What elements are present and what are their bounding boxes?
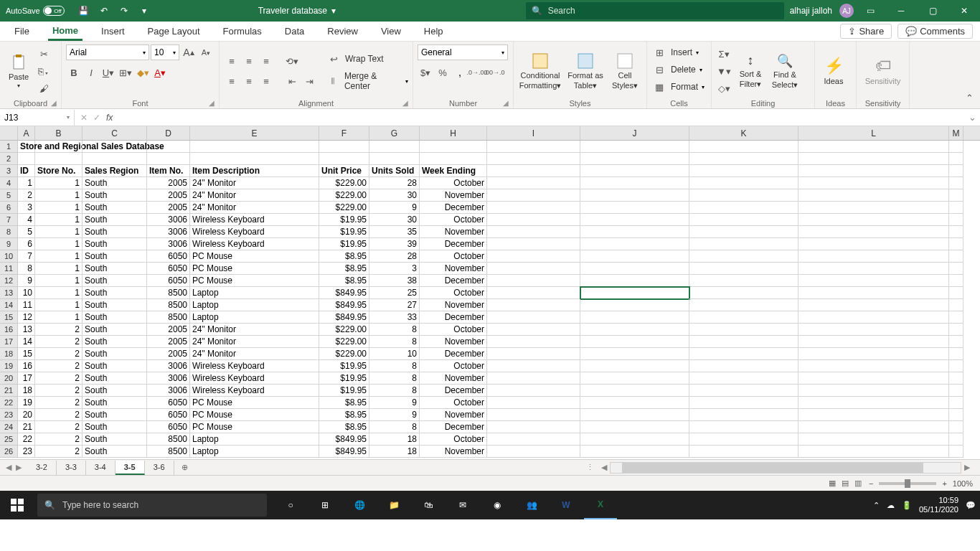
cell[interactable] — [949, 311, 963, 324]
cell[interactable]: ID — [18, 165, 35, 177]
cell[interactable]: 30 — [369, 189, 420, 202]
cell[interactable]: $849.95 — [319, 311, 369, 324]
cell[interactable]: December — [420, 238, 487, 250]
cell[interactable]: Wireless Keyboard — [190, 214, 319, 226]
spreadsheet-grid[interactable]: ABCDEFGHIJKLM 1Store and Regional Sales … — [0, 126, 980, 459]
cell[interactable] — [580, 141, 689, 153]
cell[interactable] — [580, 336, 689, 348]
cell[interactable]: South — [83, 336, 147, 348]
row-header[interactable]: 20 — [0, 372, 18, 385]
cell[interactable]: $849.95 — [319, 287, 369, 299]
cell[interactable] — [689, 421, 798, 433]
cell[interactable]: 23 — [18, 446, 35, 458]
add-sheet-button[interactable]: ⊕ — [174, 463, 195, 472]
cell[interactable]: 1 — [35, 177, 83, 189]
fx-icon[interactable]: fx — [106, 113, 113, 123]
row-header[interactable]: 15 — [0, 311, 18, 324]
cell[interactable]: 8 — [369, 372, 420, 385]
name-box[interactable]: J13▾ — [0, 110, 75, 126]
cell[interactable]: Laptop — [190, 287, 319, 299]
cell[interactable] — [487, 189, 580, 202]
cut-icon[interactable]: ✂ — [36, 46, 52, 62]
cell[interactable]: 39 — [369, 238, 420, 250]
cell[interactable]: South — [83, 446, 147, 458]
cell[interactable] — [949, 275, 963, 287]
cell[interactable]: South — [83, 189, 147, 202]
cell[interactable]: South — [83, 324, 147, 336]
cell[interactable]: $19.95 — [319, 238, 369, 250]
autosave-toggle[interactable]: Off — [43, 6, 65, 16]
cell[interactable]: 21 — [18, 421, 35, 433]
zoom-level[interactable]: 100% — [953, 479, 973, 488]
cell[interactable] — [580, 226, 689, 238]
cell-styles-button[interactable]: CellStyles▾ — [608, 52, 641, 90]
cell[interactable]: Laptop — [190, 433, 319, 446]
user-name[interactable]: alhaji jalloh — [790, 6, 832, 16]
cell[interactable]: 8500 — [147, 299, 190, 311]
row-header[interactable]: 18 — [0, 348, 18, 360]
cell[interactable] — [949, 421, 963, 433]
row-header[interactable]: 1 — [0, 141, 18, 153]
cell[interactable]: South — [83, 263, 147, 275]
cell[interactable] — [487, 263, 580, 275]
cell[interactable]: 3006 — [147, 385, 190, 397]
cell[interactable] — [580, 238, 689, 250]
cell[interactable]: 8500 — [147, 446, 190, 458]
cell[interactable]: December — [420, 348, 487, 360]
cell[interactable]: 12 — [18, 311, 35, 324]
cell[interactable]: $849.95 — [319, 446, 369, 458]
font-name-combo[interactable]: Arial▾ — [66, 44, 149, 60]
cell[interactable]: South — [83, 397, 147, 409]
cell[interactable] — [580, 202, 689, 214]
format-painter-icon[interactable]: 🖌 — [36, 80, 52, 96]
cell[interactable]: South — [83, 385, 147, 397]
cell[interactable] — [798, 433, 949, 446]
decrease-indent-icon[interactable]: ⇤ — [284, 73, 300, 89]
redo-icon[interactable]: ↷ — [115, 1, 133, 20]
cell[interactable]: 25 — [369, 287, 420, 299]
cell[interactable]: 2 — [35, 446, 83, 458]
column-header-H[interactable]: H — [420, 126, 487, 140]
column-header-G[interactable]: G — [369, 126, 420, 140]
font-color-button[interactable]: A▾ — [152, 65, 168, 80]
tab-home[interactable]: Home — [48, 22, 83, 41]
cell[interactable] — [689, 336, 798, 348]
cell[interactable] — [580, 433, 689, 446]
close-button[interactable]: ✕ — [948, 0, 980, 22]
cell[interactable] — [949, 397, 963, 409]
scroll-left-icon[interactable]: ◀ — [598, 463, 610, 472]
clipboard-launcher[interactable]: ◢ — [51, 99, 57, 107]
align-right-icon[interactable]: ≡ — [258, 73, 274, 89]
conditional-formatting-button[interactable]: ConditionalFormatting▾ — [518, 52, 562, 90]
cell[interactable]: $19.95 — [319, 372, 369, 385]
cell[interactable]: South — [83, 311, 147, 324]
cell[interactable] — [689, 360, 798, 372]
cell[interactable] — [949, 360, 963, 372]
word-icon[interactable]: W — [550, 491, 583, 519]
fill-icon[interactable]: ▼▾ — [716, 63, 732, 79]
cell[interactable]: 18 — [18, 385, 35, 397]
cell[interactable]: 3006 — [147, 214, 190, 226]
cell[interactable] — [689, 189, 798, 202]
row-header[interactable]: 23 — [0, 409, 18, 421]
border-button[interactable]: ⊞▾ — [118, 65, 133, 80]
cell[interactable] — [487, 397, 580, 409]
cell[interactable]: 24" Monitor — [190, 189, 319, 202]
row-header[interactable]: 13 — [0, 287, 18, 299]
cell[interactable]: December — [420, 275, 487, 287]
cell[interactable] — [689, 397, 798, 409]
row-header[interactable]: 4 — [0, 177, 18, 189]
cell[interactable] — [949, 336, 963, 348]
cell[interactable] — [487, 165, 580, 177]
cell[interactable] — [487, 202, 580, 214]
chrome-icon[interactable]: ◉ — [481, 491, 514, 519]
cell[interactable] — [798, 372, 949, 385]
cell[interactable]: 28 — [369, 250, 420, 263]
cell[interactable] — [580, 409, 689, 421]
cell[interactable] — [83, 153, 147, 165]
normal-view-icon[interactable]: ▦ — [829, 479, 836, 488]
merge-center-button[interactable]: ⫴Merge & Center▾ — [326, 71, 408, 91]
cell[interactable] — [580, 177, 689, 189]
column-header-D[interactable]: D — [147, 126, 190, 140]
tab-formulas[interactable]: Formulas — [219, 23, 266, 39]
